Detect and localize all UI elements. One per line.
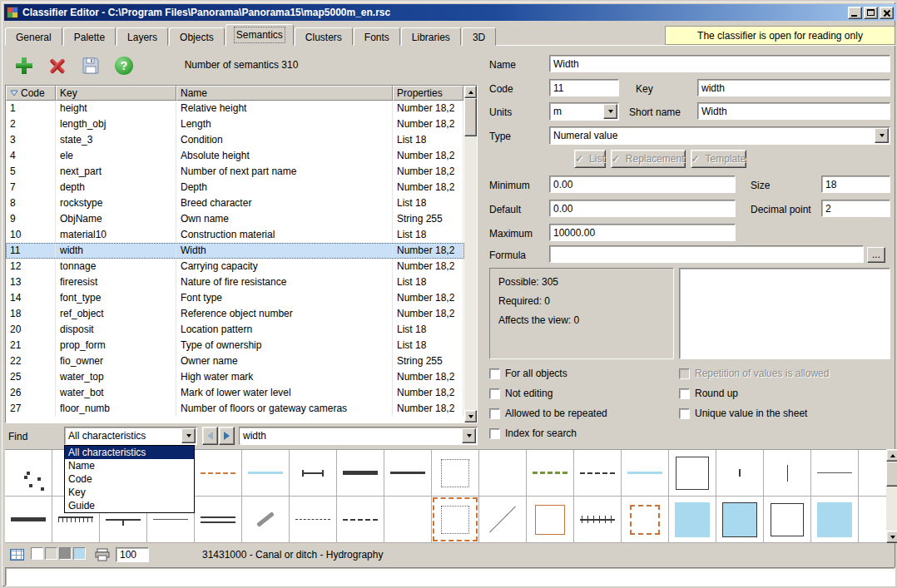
table-row[interactable]: 25 water_top High water mark Number 18,2 (6, 369, 464, 385)
symbol-cell[interactable] (242, 497, 290, 543)
symbol-cell[interactable] (669, 497, 716, 543)
short-name-input[interactable] (697, 102, 890, 120)
table-row[interactable]: 21 prop_form Type of ownership List 18 (6, 338, 464, 353)
table-row[interactable]: 12 tonnage Carrying capacity Number 18,2 (6, 259, 464, 274)
checkbox[interactable]: Round up (679, 388, 829, 399)
table-view-icon[interactable] (10, 549, 24, 561)
scroll-thumb[interactable] (886, 462, 897, 487)
column-header-code[interactable]: Code (6, 86, 56, 101)
tab[interactable]: Objects (169, 27, 225, 46)
action-button[interactable]: Replacement (611, 150, 686, 168)
tab[interactable]: Libraries (401, 27, 461, 46)
decimal-point-input[interactable] (821, 200, 890, 217)
table-row[interactable]: 13 fireresist Nature of fire resistance … (6, 274, 464, 290)
symbol-cell[interactable] (479, 450, 527, 497)
symbol-cell[interactable] (574, 450, 622, 497)
table-row[interactable]: 4 ele Absolute height Number 18,2 (6, 148, 464, 164)
checkbox[interactable]: Allowed to be repeated (489, 408, 607, 419)
table-row[interactable]: 3 state_3 Condition List 18 (6, 132, 464, 148)
symbol-cell[interactable] (669, 450, 716, 497)
symbol-cell[interactable] (384, 450, 432, 497)
checkbox[interactable]: Unique value in the sheet (679, 408, 829, 419)
symbol-cell[interactable] (622, 497, 669, 543)
table-scrollbar[interactable] (464, 86, 477, 422)
symbol-cell[interactable] (764, 497, 811, 543)
tab[interactable]: Clusters (295, 27, 353, 46)
symbol-cell[interactable] (859, 497, 886, 543)
table-row[interactable]: 7 depth Depth Number 18,2 (6, 180, 464, 195)
symbol-cell[interactable] (479, 497, 527, 543)
symbol-cell[interactable] (195, 450, 242, 497)
formula-browse-button[interactable]: ... (867, 247, 885, 263)
column-header-properties[interactable]: Properties (393, 86, 463, 101)
close-button[interactable] (880, 7, 894, 19)
symbol-cell[interactable] (5, 450, 52, 497)
minimize-button[interactable] (848, 7, 862, 19)
symbol-cell[interactable] (5, 497, 52, 543)
code-input[interactable] (549, 79, 619, 96)
symbol-cell[interactable] (195, 497, 242, 543)
scroll-down-button[interactable] (886, 531, 897, 543)
symbol-cell[interactable] (574, 497, 622, 543)
search-dropdown-button[interactable] (462, 428, 476, 443)
tab[interactable]: General (5, 27, 62, 46)
dropdown-option[interactable]: All characteristics (65, 446, 194, 459)
find-next-button[interactable] (219, 427, 235, 445)
table-row[interactable]: 5 next_part Number of next part name Num… (6, 164, 464, 180)
scroll-up-button[interactable] (464, 86, 477, 98)
print-button[interactable] (94, 548, 111, 561)
zoom-input[interactable] (116, 547, 149, 562)
symbol-cell[interactable] (764, 450, 811, 497)
tab[interactable]: Semantics (225, 24, 294, 46)
symbol-cell[interactable] (811, 450, 859, 497)
dropdown-option[interactable]: Guide (65, 499, 194, 512)
symbol-cell[interactable] (432, 450, 479, 497)
action-button[interactable]: Template (691, 150, 747, 168)
units-combo[interactable]: m (549, 102, 619, 121)
maximum-input[interactable] (549, 224, 736, 241)
scroll-thumb[interactable] (464, 98, 477, 136)
key-input[interactable] (697, 79, 890, 96)
table-row[interactable]: 9 ObjName Own name String 255 (6, 211, 464, 227)
table-row[interactable]: 20 disposit Location pattern List 18 (6, 322, 464, 338)
find-field-dropdown-button[interactable] (181, 428, 196, 443)
search-input[interactable] (240, 428, 461, 443)
table-row[interactable]: 10 material10 Construction material List… (6, 227, 464, 243)
symbol-cell[interactable] (527, 497, 574, 543)
type-combo[interactable]: Numeral value (549, 126, 890, 145)
minimum-input[interactable] (549, 175, 736, 193)
dropdown-option[interactable]: Code (65, 472, 194, 486)
checkbox[interactable]: Index for search (489, 427, 607, 439)
symbol-cell[interactable] (859, 450, 886, 497)
symbol-cell[interactable] (337, 497, 384, 543)
table-row[interactable]: 18 ref_object Reference object number Nu… (6, 306, 464, 322)
checkbox[interactable]: Repetition of values is allowed (679, 368, 829, 379)
symbol-cell[interactable] (622, 450, 669, 497)
name-input[interactable] (549, 55, 890, 72)
table-row[interactable]: 26 water_bot Mark of lower water level N… (6, 385, 464, 401)
table-row[interactable]: 8 rockstype Breed character List 18 (6, 195, 464, 211)
symbol-scrollbar[interactable] (886, 449, 897, 543)
symbol-cell[interactable] (290, 450, 337, 497)
symbol-cell[interactable] (242, 450, 290, 497)
symbol-cell[interactable] (432, 497, 479, 543)
symbol-cell[interactable] (384, 497, 432, 543)
maximize-button[interactable] (864, 7, 878, 19)
checkbox[interactable]: For all objects (489, 368, 607, 379)
checkbox[interactable]: Not editing (489, 388, 607, 399)
units-dropdown-button[interactable] (603, 104, 617, 119)
formula-input[interactable] (549, 245, 864, 263)
table-row[interactable]: 27 floor_numb Number of floors or gatewa… (6, 401, 464, 417)
table-row[interactable]: 14 font_type Font type Number 18,2 (6, 290, 464, 306)
symbol-cell[interactable] (716, 497, 764, 543)
column-header-key[interactable]: Key (56, 86, 176, 101)
symbol-cell[interactable] (337, 450, 384, 497)
symbol-cell[interactable] (716, 450, 764, 497)
find-field-combo[interactable]: All characteristics (64, 427, 197, 445)
values-listbox[interactable] (679, 268, 890, 359)
action-button[interactable]: List (574, 150, 606, 168)
type-dropdown-button[interactable] (875, 128, 889, 143)
scroll-down-button[interactable] (464, 410, 477, 422)
symbol-cell[interactable] (811, 497, 859, 543)
table-row[interactable]: 2 length_obj Length Number 18,2 (6, 116, 464, 132)
